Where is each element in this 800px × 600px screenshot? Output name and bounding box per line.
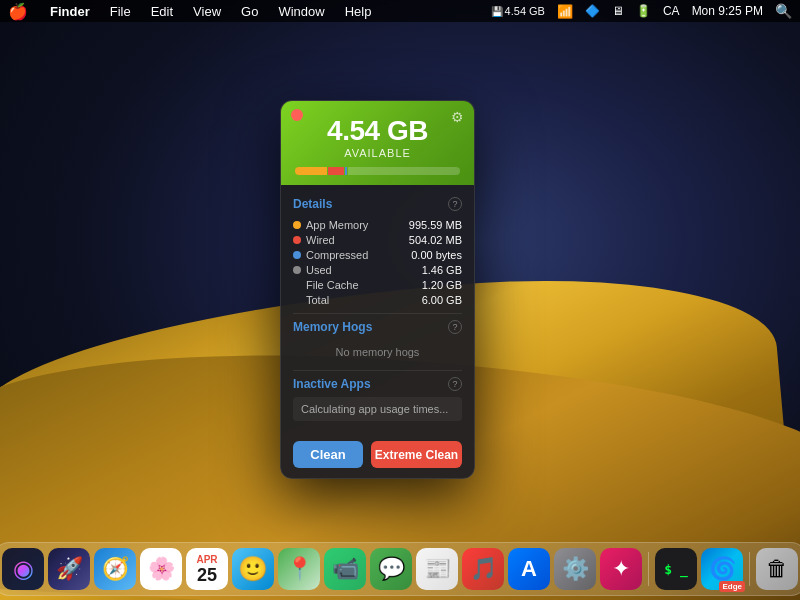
- dock-news[interactable]: 📰: [416, 548, 458, 590]
- dock-terminal[interactable]: $ _: [655, 548, 697, 590]
- dock: ◉ 🚀 🧭 🌸 APR 25 🙂 📍 📹: [0, 542, 800, 596]
- terminal-icon: $ _: [664, 562, 687, 577]
- inactive-title: Inactive Apps: [293, 377, 371, 391]
- memory-status: 💾 4.54 GB: [491, 5, 545, 17]
- used-value: 1.46 GB: [422, 264, 462, 276]
- dock-launchpad[interactable]: 🚀: [48, 548, 90, 590]
- inactive-help[interactable]: ?: [448, 377, 462, 391]
- widget-header: ⚙ 4.54 GB AVAILABLE: [281, 101, 474, 185]
- menu-window[interactable]: Window: [276, 4, 326, 19]
- clock: Mon 9:25 PM: [692, 4, 763, 18]
- dock-photos[interactable]: 🌸: [140, 548, 182, 590]
- dock-messages[interactable]: 💬: [370, 548, 412, 590]
- available-label: AVAILABLE: [295, 147, 460, 159]
- app-memory-left: App Memory: [293, 219, 368, 231]
- compressed-label: Compressed: [306, 249, 368, 261]
- hogs-help[interactable]: ?: [448, 320, 462, 334]
- trash-icon: 🗑: [766, 556, 788, 582]
- bar-compressed: [345, 167, 347, 175]
- dock-appstore[interactable]: A: [508, 548, 550, 590]
- wired-dot: [293, 236, 301, 244]
- menu-go[interactable]: Go: [239, 4, 260, 19]
- app-memory-label: App Memory: [306, 219, 368, 231]
- menubar: 🍎 Finder Clean File Edit View Go Window …: [0, 0, 800, 22]
- dock-music[interactable]: 🎵: [462, 548, 504, 590]
- total-label: Total: [306, 294, 329, 306]
- used-row: Used 1.46 GB: [293, 262, 462, 277]
- dock-safari[interactable]: 🧭: [94, 548, 136, 590]
- launchpad-icon: 🚀: [56, 556, 83, 582]
- dock-edge[interactable]: 🌀 Edge: [701, 548, 743, 590]
- apple-menu[interactable]: 🍎: [8, 2, 28, 21]
- messages-icon: 💬: [378, 556, 405, 582]
- dock-maps[interactable]: 📍: [278, 548, 320, 590]
- display-icon: 🖥: [612, 4, 624, 18]
- app-memory-dot: [293, 221, 301, 229]
- memory-status-value: 4.54 GB: [505, 5, 545, 17]
- menu-finder[interactable]: Finder: [48, 4, 92, 19]
- sysprefs-icon: ⚙️: [562, 556, 589, 582]
- total-value: 6.00 GB: [422, 294, 462, 306]
- bar-app-memory: [295, 167, 327, 175]
- cleanmymac-icon: ✦: [612, 556, 630, 582]
- clean-button[interactable]: Clean: [293, 441, 363, 468]
- memory-widget: ⚙ 4.54 GB AVAILABLE Details ? App Memory: [280, 100, 475, 479]
- widget-body: Details ? App Memory 995.59 MB Wired 504…: [281, 185, 474, 433]
- available-memory: 4.54 GB: [295, 115, 460, 147]
- finder-icon: 🙂: [238, 555, 268, 583]
- dock-sysprefs[interactable]: ⚙️: [554, 548, 596, 590]
- dock-separator: [648, 552, 649, 586]
- hogs-title: Memory Hogs: [293, 320, 372, 334]
- dock-trash[interactable]: 🗑: [756, 548, 798, 590]
- wired-value: 504.02 MB: [409, 234, 462, 246]
- divider-1: [293, 313, 462, 314]
- dock-finder-app[interactable]: 🙂: [232, 548, 274, 590]
- file-cache-label: File Cache: [306, 279, 359, 291]
- gear-icon[interactable]: ⚙: [451, 109, 464, 125]
- bar-wired: [328, 167, 344, 175]
- compressed-dot: [293, 251, 301, 259]
- total-row: Total 6.00 GB: [293, 292, 462, 307]
- dock-facetime[interactable]: 📹: [324, 548, 366, 590]
- file-cache-value: 1.20 GB: [422, 279, 462, 291]
- close-button[interactable]: [291, 109, 303, 121]
- widget-actions: Clean Extreme Clean: [281, 433, 474, 478]
- music-icon: 🎵: [470, 556, 497, 582]
- app-memory-row: App Memory 995.59 MB: [293, 217, 462, 232]
- details-section-header: Details ?: [293, 197, 462, 211]
- wired-left: Wired: [293, 234, 335, 246]
- extreme-clean-button[interactable]: Extreme Clean: [371, 441, 462, 468]
- memory-bar: [295, 167, 460, 175]
- menu-file-label[interactable]: File: [108, 4, 133, 19]
- menu-view[interactable]: View: [191, 4, 223, 19]
- no-hogs-message: No memory hogs: [293, 340, 462, 364]
- menu-help[interactable]: Help: [343, 4, 374, 19]
- wired-row: Wired 504.02 MB: [293, 232, 462, 247]
- menu-edit[interactable]: Edit: [149, 4, 175, 19]
- compressed-value: 0.00 bytes: [411, 249, 462, 261]
- ca-label: CA: [663, 4, 680, 18]
- hogs-section-header: Memory Hogs ?: [293, 320, 462, 334]
- wired-label: Wired: [306, 234, 335, 246]
- dock-cleanmymac[interactable]: ✦: [600, 548, 642, 590]
- used-label: Used: [306, 264, 332, 276]
- compressed-row: Compressed 0.00 bytes: [293, 247, 462, 262]
- calendar-date: 25: [197, 566, 217, 584]
- file-cache-row: File Cache 1.20 GB: [293, 277, 462, 292]
- dock-calendar[interactable]: APR 25: [186, 548, 228, 590]
- menubar-left: 🍎 Finder Clean File Edit View Go Window …: [8, 2, 373, 21]
- news-icon: 📰: [424, 556, 451, 582]
- edge-icon: 🌀: [709, 556, 736, 582]
- dock-siri[interactable]: ◉: [2, 548, 44, 590]
- desktop: 🍎 Finder Clean File Edit View Go Window …: [0, 0, 800, 600]
- battery-icon: 🔋: [636, 4, 651, 18]
- edge-badge: Edge: [719, 581, 745, 592]
- divider-2: [293, 370, 462, 371]
- bluetooth-icon: 🔷: [585, 4, 600, 18]
- search-icon[interactable]: 🔍: [775, 3, 792, 19]
- details-help[interactable]: ?: [448, 197, 462, 211]
- memory-status-icon: 💾: [491, 6, 503, 17]
- facetime-icon: 📹: [332, 556, 359, 582]
- calculating-message: Calculating app usage times...: [293, 397, 462, 421]
- used-dot: [293, 266, 301, 274]
